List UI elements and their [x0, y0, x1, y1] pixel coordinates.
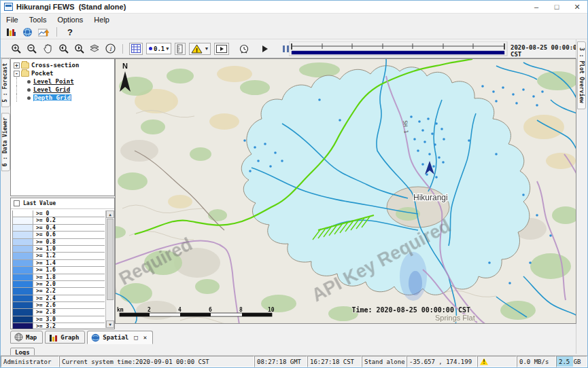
tab-map[interactable]: Map — [10, 331, 43, 344]
tab-close-icon[interactable]: ✕ — [143, 334, 147, 341]
expand-icon[interactable]: + — [14, 62, 20, 69]
animation-button[interactable] — [214, 43, 229, 55]
spatial-globe-icon — [91, 333, 100, 342]
minimize-button[interactable]: – — [526, 1, 547, 13]
legend-entry[interactable]: >= 1.2 — [13, 253, 105, 259]
legend-entry[interactable]: >= 1.4 — [13, 260, 105, 267]
tree-node-label[interactable]: Pocket — [31, 70, 54, 77]
layer-tree-panel: + Cross-section - Pocket Level Point Lev… — [10, 58, 115, 196]
legend-entry[interactable]: >= 3.2 — [13, 323, 105, 329]
clock-button[interactable] — [238, 43, 250, 54]
tree-node-level-point[interactable]: Level Point — [12, 77, 114, 86]
status-memory[interactable]: 2.5 GB — [556, 356, 587, 367]
menu-tools[interactable]: Tools — [24, 15, 52, 24]
legend-color-swatch — [13, 232, 33, 238]
svg-text:!: ! — [196, 46, 198, 53]
legend-entry[interactable]: >= 2.4 — [13, 295, 105, 302]
legend-entry[interactable]: >= 0.8 — [13, 239, 105, 246]
zoom-in-icon[interactable] — [10, 43, 22, 54]
status-mode: Stand alone — [362, 356, 407, 367]
help-icon[interactable]: ? — [64, 26, 76, 37]
legend-entry[interactable]: >= 2.2 — [13, 288, 105, 295]
folder-icon — [21, 62, 29, 69]
legend-entry[interactable]: >= 2.6 — [13, 302, 105, 309]
legend-color-swatch — [13, 309, 33, 315]
legend-entry[interactable]: >= 0 — [13, 210, 105, 217]
tree-node-pocket[interactable]: - Pocket — [12, 69, 114, 77]
legend-entry-label: >= 0.4 — [33, 225, 56, 231]
legend-entry[interactable]: >= 3.0 — [13, 316, 105, 323]
map-toolbar: i 0.1 ▼ ! ▼ — [1, 39, 587, 58]
tree-node-label[interactable]: Level Grid — [33, 86, 70, 93]
legend-entry-label: >= 2.2 — [33, 288, 56, 294]
tree-connector — [16, 94, 26, 102]
status-user: Administrator — [1, 356, 59, 367]
info-icon[interactable]: i — [104, 43, 116, 54]
play-button[interactable] — [259, 43, 271, 54]
legend-color-swatch — [13, 323, 33, 329]
node-bullet-icon — [27, 96, 31, 100]
legend-entry[interactable]: >= 1.6 — [13, 267, 105, 274]
status-warning-cell[interactable] — [477, 356, 517, 367]
scrollbar-thumb[interactable] — [107, 219, 114, 300]
tree-node-depth-grid[interactable]: Depth Grid — [12, 94, 114, 102]
ruler-button[interactable] — [175, 43, 186, 55]
legend-entry[interactable]: >= 1.8 — [13, 274, 105, 281]
timeline-slider[interactable] — [289, 41, 508, 56]
grid-button[interactable] — [129, 43, 143, 55]
menu-file[interactable]: File — [1, 15, 24, 24]
svg-text:6: 6 — [209, 307, 212, 313]
area-label: Springs Flat — [435, 314, 475, 322]
legend-color-swatch — [13, 239, 33, 245]
last-value-label: Last Value — [23, 200, 56, 206]
legend-entry[interactable]: >= 0.6 — [13, 232, 105, 238]
zoom-previous-icon[interactable] — [57, 43, 69, 54]
map-viewport[interactable]: API Key Required API Key Required SH 1 H… — [115, 58, 576, 324]
tree-node-level-grid[interactable]: Level Grid — [12, 86, 114, 94]
legend-color-swatch — [13, 302, 33, 308]
collapse-icon[interactable]: - — [14, 71, 20, 77]
legend-entry[interactable]: >= 1.0 — [13, 246, 105, 253]
legend-entry[interactable]: >= 0.2 — [13, 217, 105, 224]
zoom-next-icon[interactable] — [73, 43, 85, 54]
close-button[interactable]: ✕ — [567, 1, 587, 13]
legend-color-swatch — [13, 225, 33, 231]
svg-text:4: 4 — [178, 307, 181, 313]
legend-entry-label: >= 1.2 — [33, 253, 56, 259]
tab-maximize-icon[interactable]: □ — [134, 334, 137, 341]
maximize-button[interactable]: □ — [547, 1, 567, 13]
warning-icon — [480, 358, 488, 365]
menu-options[interactable]: Options — [52, 15, 88, 24]
svg-text:i: i — [109, 45, 112, 52]
menu-help[interactable]: Help — [88, 15, 115, 24]
node-bullet-icon — [27, 88, 31, 92]
pan-icon[interactable] — [41, 43, 54, 54]
scroll-down-icon[interactable]: ▼ — [106, 320, 114, 328]
timeseries-display-icon[interactable] — [37, 26, 50, 37]
warning-dropdown[interactable]: ! ▼ — [189, 43, 211, 55]
tree-node-label-selected[interactable]: Depth Grid — [33, 94, 71, 101]
legend-color-swatch — [13, 316, 33, 323]
legend-scrollbar[interactable]: ▲ ▼ — [105, 210, 114, 328]
database-icon[interactable] — [5, 26, 17, 37]
menu-bar: File Tools Options Help — [1, 14, 587, 25]
scale-dropdown[interactable]: 0.1 ▼ — [146, 43, 171, 54]
legend-entry[interactable]: >= 0.4 — [13, 225, 105, 232]
tree-node-label[interactable]: Level Point — [33, 78, 74, 85]
zoom-out-icon[interactable] — [26, 43, 38, 54]
legend-entry[interactable]: >= 2.8 — [13, 309, 105, 316]
svg-text:8: 8 — [239, 307, 243, 313]
map-display-icon[interactable] — [21, 26, 33, 37]
tree-node-cross-section[interactable]: + Cross-section — [12, 61, 114, 69]
tab-spatial[interactable]: Spatial □ ✕ — [87, 331, 153, 344]
legend-color-swatch — [13, 217, 33, 223]
legend-entry[interactable]: >= 2.0 — [13, 281, 105, 288]
tab-forecast[interactable]: 5 : Forecast — [1, 58, 10, 107]
tab-data-viewer[interactable]: 6 : Data Viewer — [1, 113, 10, 171]
layers-icon[interactable] — [88, 43, 101, 54]
tab-graph[interactable]: Graph — [45, 331, 85, 344]
tree-node-label[interactable]: Cross-section — [31, 62, 79, 69]
scroll-up-icon[interactable]: ▲ — [106, 210, 114, 218]
tab-plot-overview[interactable]: 3 : Plot Overview — [577, 41, 586, 109]
last-value-checkbox[interactable] — [14, 200, 20, 206]
